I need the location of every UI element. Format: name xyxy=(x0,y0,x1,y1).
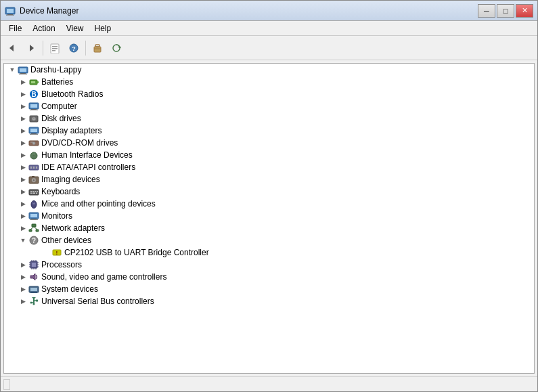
svg-rect-34 xyxy=(30,129,37,132)
maximize-button[interactable]: □ xyxy=(497,4,514,18)
svg-rect-66 xyxy=(30,219,38,220)
keyboards-label: Keyboards xyxy=(41,187,80,196)
svg-rect-19 xyxy=(20,73,26,74)
svg-rect-69 xyxy=(36,230,39,232)
tree-sound[interactable]: ▶ Sound, video and game controllers xyxy=(4,271,534,283)
tree-computer[interactable]: ▶ Computer xyxy=(4,100,534,112)
svg-rect-13 xyxy=(95,45,99,47)
svg-rect-3 xyxy=(6,15,14,16)
tree-batteries[interactable]: ▶ Batteries xyxy=(4,76,534,88)
window-title: Device Manager xyxy=(20,6,79,16)
sound-expander[interactable]: ▶ xyxy=(18,271,28,282)
tree-cp2102[interactable]: ▶ ! CP2102 USB to UART Bridge Controller xyxy=(4,246,534,259)
tree-hid[interactable]: ▶ Human Interface Devices xyxy=(4,149,534,161)
tree-ide[interactable]: ▶ IDE ATA/ATAPI controllers xyxy=(4,161,534,173)
svg-rect-20 xyxy=(19,74,27,74)
processors-label: Processors xyxy=(41,260,82,269)
display-icon xyxy=(28,125,39,136)
tree-monitors[interactable]: ▶ Monitors xyxy=(4,210,534,222)
dvd-icon xyxy=(28,137,39,148)
tree-other[interactable]: ▼ ? Other devices xyxy=(4,234,534,246)
sound-icon xyxy=(28,271,39,282)
hid-expander[interactable]: ▶ xyxy=(18,150,28,160)
cp2102-icon: ! xyxy=(51,247,62,258)
menu-file[interactable]: File xyxy=(3,22,27,35)
title-bar-buttons: ─ □ ✕ xyxy=(478,4,533,18)
mice-expander[interactable]: ▶ xyxy=(18,198,28,209)
status-text xyxy=(3,379,10,390)
svg-rect-54 xyxy=(35,191,36,192)
hid-label: Human Interface Devices xyxy=(41,150,133,160)
svg-rect-67 xyxy=(32,224,36,227)
display-expander[interactable]: ▶ xyxy=(18,125,28,136)
disk-icon xyxy=(28,113,39,124)
tree-imaging[interactable]: ▶ Imaging devices xyxy=(4,173,534,186)
svg-rect-12 xyxy=(94,47,101,52)
system-expander[interactable]: ▶ xyxy=(18,284,28,295)
title-bar: Device Manager ─ □ ✕ xyxy=(1,1,537,21)
uninstall-button[interactable] xyxy=(89,39,106,57)
device-tree[interactable]: ▼ Darshu-Lappy ▶ xyxy=(3,63,535,374)
tree-processors[interactable]: ▶ xyxy=(4,259,534,271)
dvd-expander[interactable]: ▶ xyxy=(18,137,28,148)
usb-expander[interactable]: ▶ xyxy=(18,296,28,307)
svg-rect-68 xyxy=(29,230,32,232)
menu-action[interactable]: Action xyxy=(27,22,60,35)
svg-rect-53 xyxy=(32,191,34,192)
tree-usb[interactable]: ▶ Universal Serial Bus controllers xyxy=(4,295,534,307)
computer-expander[interactable]: ▶ xyxy=(18,101,28,112)
other-icon: ? xyxy=(28,235,39,246)
svg-rect-29 xyxy=(30,110,38,110)
network-expander[interactable]: ▶ xyxy=(18,223,28,234)
network-icon xyxy=(28,223,39,234)
menu-help[interactable]: Help xyxy=(89,22,117,35)
tree-root[interactable]: ▼ Darshu-Lappy xyxy=(4,64,534,76)
svg-rect-28 xyxy=(31,109,37,110)
tree-dvd[interactable]: ▶ DVD/CD-ROM drives xyxy=(4,137,534,149)
tree-network[interactable]: ▶ Network adapters xyxy=(4,222,534,234)
bluetooth-icon: B xyxy=(28,89,39,100)
tree-display[interactable]: ▶ Display adapters xyxy=(4,125,534,137)
svg-marker-95 xyxy=(32,297,36,299)
svg-rect-22 xyxy=(37,81,39,83)
usb-label: Universal Serial Bus controllers xyxy=(41,297,154,306)
back-button[interactable] xyxy=(3,39,21,57)
ide-expander[interactable]: ▶ xyxy=(18,162,28,173)
tree-bluetooth[interactable]: ▶ B Bluetooth Radios xyxy=(4,88,534,100)
scan-hardware-button[interactable] xyxy=(108,39,125,57)
svg-rect-77 xyxy=(32,263,36,267)
tree-keyboards[interactable]: ▶ Keyboards xyxy=(4,186,534,198)
menu-view[interactable]: View xyxy=(61,22,89,35)
root-expander[interactable]: ▼ xyxy=(7,64,18,75)
svg-rect-44 xyxy=(30,167,32,169)
toolbar-separator-1 xyxy=(43,41,43,56)
monitors-icon xyxy=(28,211,39,221)
properties-button[interactable] xyxy=(46,39,64,57)
other-expander[interactable]: ▼ xyxy=(18,235,28,246)
toolbar: ? xyxy=(1,36,537,60)
svg-point-99 xyxy=(30,302,32,304)
forward-button[interactable] xyxy=(22,39,40,57)
disk-expander[interactable]: ▶ xyxy=(18,113,28,124)
tree-system[interactable]: ▶ System devices xyxy=(4,283,534,295)
root-icon xyxy=(18,64,28,75)
disk-label: Disk drives xyxy=(41,114,81,123)
processors-expander[interactable]: ▶ xyxy=(18,259,28,270)
imaging-expander[interactable]: ▶ xyxy=(18,174,28,185)
svg-rect-45 xyxy=(33,167,35,169)
help-button[interactable]: ? xyxy=(65,39,83,57)
minimize-button[interactable]: ─ xyxy=(478,4,495,18)
svg-point-50 xyxy=(33,179,35,181)
tree-disk[interactable]: ▶ Disk drives xyxy=(4,112,534,125)
bluetooth-expander[interactable]: ▶ xyxy=(18,89,28,100)
close-button[interactable]: ✕ xyxy=(516,4,533,18)
svg-text:B: B xyxy=(31,91,36,98)
keyboards-expander[interactable]: ▶ xyxy=(18,186,28,197)
batteries-expander[interactable]: ▶ xyxy=(18,77,28,87)
svg-text:?: ? xyxy=(32,237,36,244)
display-label: Display adapters xyxy=(41,126,102,135)
computer-icon xyxy=(28,101,39,112)
svg-rect-36 xyxy=(30,134,38,135)
monitors-expander[interactable]: ▶ xyxy=(18,211,28,221)
tree-mice[interactable]: ▶ Mice and other pointing devices xyxy=(4,198,534,210)
